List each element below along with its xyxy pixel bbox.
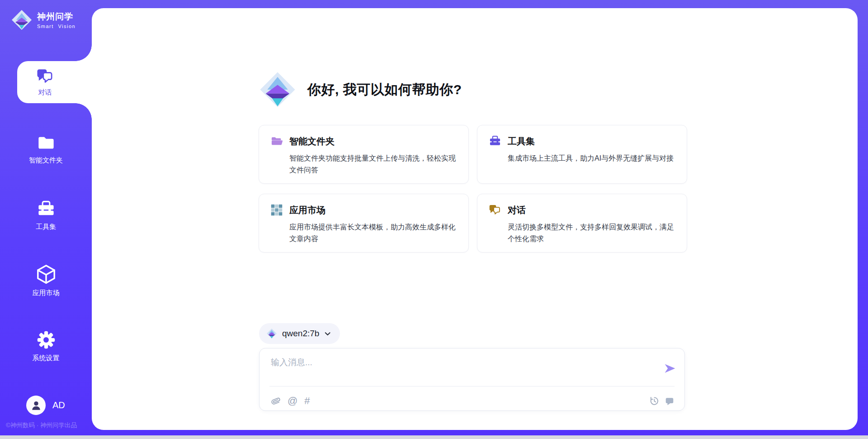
- brand-logo-icon: [259, 71, 297, 109]
- card-chat[interactable]: 对话 灵活切换多模型文件，支持多样回复效果调试，满足个性化需求: [477, 194, 687, 253]
- feature-cards: 智能文件夹 智能文件夹功能支持批量文件上传与清洗，轻松实现文件问答 工具集 集成…: [259, 125, 687, 253]
- card-title: 对话: [508, 204, 526, 216]
- composer-toolbar-right: [649, 392, 675, 410]
- cube-icon: [36, 264, 57, 285]
- tab-curve-top: [75, 45, 92, 61]
- chat-icon: [488, 204, 502, 216]
- mention-button[interactable]: @: [288, 396, 297, 406]
- sidebar-item-settings[interactable]: 系统设置: [0, 330, 92, 363]
- composer-divider: [269, 386, 675, 387]
- sidebar-item-label: 系统设置: [33, 354, 60, 363]
- sidebar-item-chat[interactable]: 对话: [17, 61, 92, 103]
- card-title: 应用市场: [289, 204, 326, 216]
- card-description: 灵活切换多模型文件，支持多样回复效果调试，满足个性化需求: [508, 221, 676, 245]
- model-selector[interactable]: qwen2:7b: [259, 323, 340, 344]
- user-account[interactable]: AD: [26, 396, 65, 415]
- main-panel: 你好, 我可以如何帮助你? 智能文件夹 智能文件夹功能支持批量文件上传与清洗，轻…: [92, 8, 858, 430]
- sidebar-item-label: 工具集: [36, 223, 56, 231]
- brand-name: 神州问学: [37, 11, 75, 23]
- bottom-edge-bar: [0, 435, 868, 439]
- brand-logo-icon: [266, 328, 277, 339]
- grid-icon: [270, 204, 283, 216]
- message-input[interactable]: [271, 357, 642, 383]
- message-composer: @ #: [259, 348, 685, 411]
- person-icon: [30, 400, 42, 411]
- send-button[interactable]: [663, 362, 677, 375]
- user-label: AD: [52, 400, 65, 410]
- sidebar-item-label: 智能文件夹: [29, 156, 63, 165]
- chevron-down-icon: [324, 330, 331, 337]
- sidebar-item-label: 应用市场: [33, 289, 60, 297]
- history-button[interactable]: [649, 396, 659, 406]
- at-icon: @: [288, 396, 297, 406]
- brand-logo-icon: [11, 9, 33, 31]
- paperclip-icon: [271, 396, 281, 406]
- copyright-footer: ©神州数码 · 神州问学出品: [6, 421, 77, 429]
- toolbox-icon: [37, 200, 56, 219]
- card-title: 工具集: [508, 135, 535, 148]
- card-description: 集成市场上主流工具，助力AI与外界无缝扩展与对接: [508, 153, 676, 164]
- hash-icon: #: [304, 396, 310, 406]
- folder-icon: [36, 134, 56, 152]
- hashtag-button[interactable]: #: [304, 396, 310, 406]
- sidebar: 神州问学 Smart Vision 对话 智能文件夹 工具集: [0, 0, 92, 435]
- brand: 神州问学 Smart Vision: [11, 9, 75, 31]
- chat-icon: [36, 67, 54, 86]
- page-title: 你好, 我可以如何帮助你?: [307, 81, 462, 99]
- attach-file-button[interactable]: [271, 396, 281, 406]
- avatar: [26, 396, 46, 415]
- send-icon: [663, 362, 677, 375]
- brand-subtitle: Smart Vision: [37, 24, 75, 29]
- sidebar-item-label: 对话: [38, 88, 52, 97]
- card-description: 智能文件夹功能支持批量文件上传与清洗，轻松实现文件问答: [289, 153, 458, 176]
- model-name: qwen2:7b: [282, 329, 319, 339]
- gear-icon: [36, 330, 56, 350]
- card-smart-folder[interactable]: 智能文件夹 智能文件夹功能支持批量文件上传与清洗，轻松实现文件问答: [259, 125, 469, 184]
- sidebar-item-toolset[interactable]: 工具集: [0, 200, 92, 231]
- open-folder-icon: [270, 135, 283, 148]
- card-description: 应用市场提供丰富长文本模板，助力高效生成多样化文章内容: [289, 221, 458, 245]
- sidebar-item-app-market[interactable]: 应用市场: [0, 264, 92, 297]
- history-icon: [649, 396, 659, 406]
- chat-bubble-icon: [665, 396, 675, 406]
- card-toolset[interactable]: 工具集 集成市场上主流工具，助力AI与外界无缝扩展与对接: [477, 125, 687, 184]
- toolbox-icon: [488, 135, 502, 148]
- chat-bubble-button[interactable]: [665, 396, 675, 406]
- sidebar-item-smart-folder[interactable]: 智能文件夹: [0, 134, 92, 165]
- tab-curve-bottom: [75, 103, 92, 119]
- greeting-row: 你好, 我可以如何帮助你?: [259, 71, 462, 109]
- card-title: 智能文件夹: [289, 135, 335, 148]
- composer-toolbar: @ #: [271, 392, 310, 410]
- card-app-market[interactable]: 应用市场 应用市场提供丰富长文本模板，助力高效生成多样化文章内容: [259, 194, 469, 253]
